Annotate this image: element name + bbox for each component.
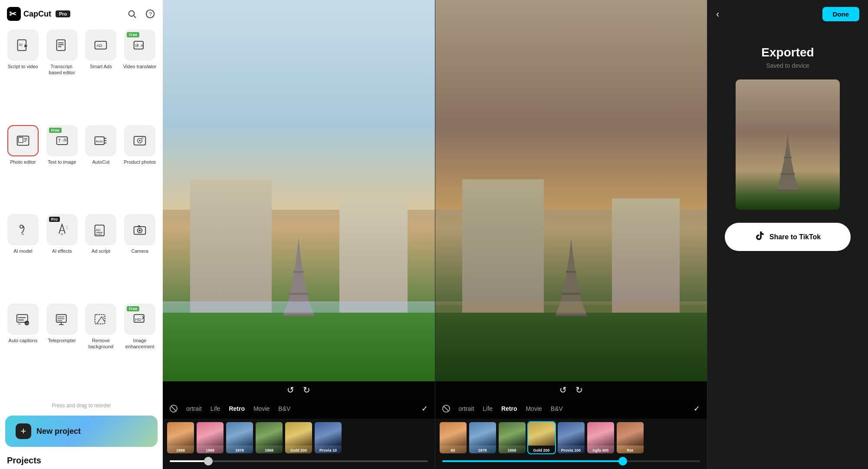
grid-item-text-to-image[interactable]: Free T→ Text to image (44, 125, 80, 211)
new-project-button[interactable]: + New project (5, 416, 158, 447)
undo-button-left[interactable]: ↺ (287, 385, 294, 395)
grid-item-ai-effects[interactable]: Pro AI AI effects (44, 214, 80, 300)
svg-marker-72 (569, 238, 573, 254)
thumb-label-gold200: Gold 200 (285, 448, 312, 452)
done-button[interactable]: Done (822, 7, 860, 21)
svg-marker-80 (785, 145, 791, 158)
thumb-provia10[interactable]: Provia 10 (315, 422, 342, 453)
ai-effects-icon: AI (55, 223, 69, 237)
thumb-label-right-1978: 1978 (469, 448, 496, 452)
thumbnails-right: 88 1978 1968 Gold 200 Provia 100 Agfa 40… (435, 419, 707, 457)
thumb-label-1988: 1988 (197, 448, 224, 452)
filter-retro-right[interactable]: Retro (501, 405, 517, 412)
svg-text:script: script (96, 233, 102, 236)
video-translator-label: Video translator (123, 63, 157, 69)
share-tiktok-button[interactable]: Share to TikTok (725, 223, 851, 251)
filter-retro-left[interactable]: Retro (229, 405, 245, 412)
filter-bv-right[interactable]: B&V (551, 405, 563, 412)
right-phone-image (435, 0, 707, 381)
svg-line-3 (134, 16, 136, 18)
grid-item-script-to-video[interactable]: AI Script to video (5, 30, 41, 122)
redo-button-left[interactable]: ↻ (303, 385, 310, 395)
projects-section-label: Projects (0, 452, 163, 469)
grid-item-remove-background[interactable]: Remove background (83, 304, 119, 396)
ad-script-label: Ad script (92, 248, 110, 254)
grid-item-auto-captions[interactable]: AI CC Auto captions (5, 304, 41, 396)
pro-badge: Pro (56, 10, 70, 17)
filter-portrait-right[interactable]: ortrait (459, 405, 474, 412)
filter-portrait-left[interactable]: ortrait (186, 405, 202, 412)
script-to-video-label: Script to video (8, 63, 38, 69)
svg-rect-25 (63, 139, 66, 142)
back-button[interactable]: ‹ (716, 9, 719, 20)
filter-life-left[interactable]: Life (210, 405, 220, 412)
undo-redo-left: ↺ ↻ (163, 381, 435, 399)
grid-item-ai-model[interactable]: AI AI model (5, 214, 41, 300)
svg-text:CC: CC (26, 322, 30, 325)
filter-life-right[interactable]: Life (483, 405, 493, 412)
svg-marker-84 (777, 175, 799, 190)
thumb-right-88[interactable]: 88 (440, 422, 467, 453)
grid-item-photo-editor[interactable]: Photo editor (5, 125, 41, 211)
no-filter-left[interactable] (170, 405, 178, 413)
slider-left (163, 457, 435, 469)
remove-background-label: Remove background (83, 337, 119, 350)
thumb-label-right-agfa400: Agfa 400 (587, 448, 614, 452)
phone-panel-right: ↺ ↻ ortrait Life Retro Movie B&V ✓ 88 19… (435, 0, 708, 469)
thumb-gold200[interactable]: Gold 200 (285, 422, 312, 453)
grid-item-teleprompter[interactable]: Teleprompter (44, 304, 80, 396)
svg-marker-66 (294, 254, 303, 272)
slider-track-left[interactable] (170, 460, 428, 462)
ai-model-icon: AI (16, 223, 30, 237)
phone-panel-left: ↺ ↻ ortrait Life Retro Movie B&V ✓ 1998 … (163, 0, 435, 469)
search-icon[interactable] (126, 8, 138, 20)
thumb-1978[interactable]: 1978 (226, 422, 253, 453)
auto-captions-icon: AI CC (16, 312, 30, 326)
thumb-right-gold200[interactable]: Gold 200 (528, 422, 555, 453)
svg-point-35 (20, 225, 23, 228)
filter-check-right[interactable]: ✓ (694, 404, 700, 413)
thumb-right-1968[interactable]: 1968 (499, 422, 526, 453)
grid-item-camera[interactable]: Camera (122, 214, 158, 300)
grid-item-product-photos[interactable]: Product photos (122, 125, 158, 211)
thumb-1968[interactable]: 1968 (256, 422, 283, 453)
thumb-right-1978[interactable]: 1978 (469, 422, 496, 453)
help-icon[interactable]: ? (145, 8, 156, 20)
grid-item-smart-ads[interactable]: AD Smart Ads (83, 30, 119, 122)
thumb-right-provia100[interactable]: Provia 100 (558, 422, 585, 453)
svg-point-33 (139, 140, 141, 142)
grid-item-transcript-editor[interactable]: Transcript-based editor (44, 30, 80, 122)
thumb-label-right-provia100: Provia 100 (558, 448, 585, 452)
thumb-img-right-ret (617, 422, 644, 446)
filter-bv-left[interactable]: B&V (278, 405, 290, 412)
undo-button-right[interactable]: ↺ (559, 385, 567, 395)
slider-thumb-left[interactable] (204, 457, 213, 466)
grid-item-image-enhancement[interactable]: Free HD Image enhancement (122, 304, 158, 396)
slider-track-right[interactable] (442, 460, 700, 462)
svg-marker-75 (562, 273, 580, 294)
grid-item-autocut[interactable]: Auto AutoCut (83, 125, 119, 211)
grid-item-video-translator[interactable]: Free 译 A Video translator (122, 30, 158, 122)
right-panel: ‹ Done Exported Saved to device (707, 0, 868, 469)
slider-thumb-right[interactable] (618, 457, 627, 466)
filter-check-left[interactable]: ✓ (421, 404, 428, 413)
reorder-hint: Press and drag to reorder (0, 399, 163, 412)
thumb-1998[interactable]: 1998 (167, 422, 194, 453)
thumb-right-agfa400[interactable]: Agfa 400 (587, 422, 614, 453)
thumb-right-ret[interactable]: Ret (617, 422, 644, 453)
video-translator-icon: 译 A (133, 38, 147, 52)
grid-item-ad-script[interactable]: AD script Ad script (83, 214, 119, 300)
svg-rect-67 (293, 271, 304, 273)
smart-ads-icon: AD (94, 38, 108, 52)
filter-movie-right[interactable]: Movie (526, 405, 542, 412)
svg-text:AD: AD (97, 43, 103, 48)
filter-movie-left[interactable]: Movie (253, 405, 270, 412)
new-project-label: New project (36, 427, 81, 436)
svg-rect-19 (18, 137, 23, 142)
thumb-1988[interactable]: 1988 (197, 422, 224, 453)
redo-button-right[interactable]: ↻ (575, 385, 583, 395)
autocut-label: AutoCut (92, 159, 110, 165)
no-filter-right[interactable] (442, 405, 450, 413)
photo-editor-icon (16, 134, 30, 148)
svg-line-39 (66, 226, 68, 227)
